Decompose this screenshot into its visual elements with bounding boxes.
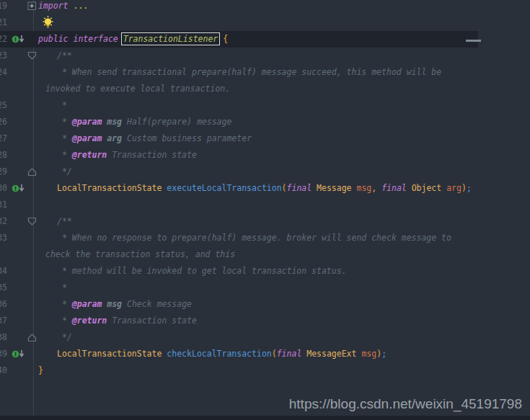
line-number: 38 [0, 329, 7, 346]
line-number: 24 [0, 64, 7, 81]
editor-row: 40} [0, 362, 530, 379]
line-number: 33 [0, 230, 7, 246]
code-line: * method will be invoked to get local tr… [57, 263, 347, 280]
code-line: * @param msg Check message [57, 296, 192, 313]
code-token: executeLocalTransaction [167, 183, 281, 193]
code-token: msg [361, 349, 376, 359]
code-token: ... [73, 1, 88, 11]
implemented-marker-icon[interactable] [12, 349, 26, 359]
code-line: * @return Transaction state [57, 147, 197, 164]
code-token: @return [72, 150, 107, 160]
code-token: { [223, 34, 228, 44]
code-token: ; [467, 183, 472, 193]
line-number: 37 [0, 313, 7, 329]
code-line: /** [57, 48, 72, 64]
code-token: /** [57, 216, 72, 226]
code-token: MessageExt [306, 349, 356, 359]
code-token: * [57, 282, 67, 292]
code-token: Half(prepare) message [122, 117, 231, 127]
code-token: msg [107, 117, 122, 127]
code-token: @param [72, 299, 102, 309]
editor-row: 25 * [0, 97, 530, 114]
code-token: Message [317, 183, 351, 193]
editor-row: 21 [0, 14, 530, 31]
code-token: * When send transactional prepare(half) … [57, 67, 441, 77]
code-token: Check message [122, 299, 192, 309]
code-token: */ [57, 166, 72, 177]
editor-row: 39LocalTransactionState checkLocalTransa… [0, 346, 530, 362]
code-token: import [38, 1, 69, 11]
code-token: ( [272, 349, 277, 359]
editor-row: 37 * @return Transaction state [0, 313, 530, 329]
code-line: public interface TransactionListener { [38, 31, 228, 48]
code-token: LocalTransactionState [57, 349, 162, 359]
code-token: * [57, 316, 72, 326]
code-token: @param [72, 117, 102, 127]
line-number: 21 [0, 14, 7, 31]
code-token: msg [107, 299, 122, 309]
line-number: 35 [0, 280, 7, 296]
code-line: * @param msg Half(prepare) message [57, 114, 231, 130]
line-number: 19 [0, 0, 7, 14]
code-token: ; [381, 349, 387, 359]
editor-row: 38 */ [0, 329, 530, 346]
code-token: * [57, 299, 72, 309]
line-number: 39 [0, 346, 7, 362]
line-number: 34 [0, 263, 7, 280]
fold-collapse-top-icon[interactable] [27, 217, 37, 226]
line-number: 36 [0, 296, 7, 313]
line-number: 40 [0, 362, 7, 379]
editor-row: check the transaction status, and this [0, 246, 530, 263]
line-number: 26 [0, 114, 7, 130]
code-token: Transaction state [107, 316, 197, 326]
code-line: * [57, 280, 67, 296]
editor-row: 28 * @return Transaction state [0, 147, 530, 164]
code-line: * [57, 97, 67, 114]
fold-collapse-bottom-icon[interactable] [27, 333, 37, 342]
ide-window: 19import ...2122public interface Transac… [0, 0, 530, 420]
code-token: ) [461, 183, 467, 193]
code-line: */ [57, 164, 72, 180]
code-editor[interactable]: 19import ...2122public interface Transac… [0, 0, 530, 420]
line-number: 28 [0, 147, 7, 164]
fold-expand-icon[interactable] [27, 1, 37, 11]
editor-row: 19import ... [0, 0, 530, 14]
editor-row: 32/** [0, 213, 530, 230]
implemented-marker-icon[interactable] [12, 35, 26, 44]
code-token: * method will be invoked to get local tr… [57, 266, 347, 276]
code-token: msg [356, 183, 371, 193]
editor-row: 35 * [0, 280, 530, 296]
line-number: 31 [0, 197, 7, 213]
line-number: 27 [0, 130, 7, 147]
editor-row: 22public interface TransactionListener { [0, 31, 530, 48]
code-token: public interface [38, 34, 123, 44]
fold-collapse-top-icon[interactable] [27, 51, 37, 61]
code-token: * When no response to prepare(half) mess… [57, 233, 451, 243]
code-token: * [57, 150, 72, 160]
editor-row: 30LocalTransactionState executeLocalTran… [0, 180, 530, 197]
code-token: Custom business parameter [122, 133, 252, 143]
fold-collapse-bottom-icon[interactable] [27, 167, 37, 177]
code-token: check the transaction status, and this [45, 249, 235, 259]
line-number: 23 [0, 48, 7, 64]
code-line: */ [57, 329, 72, 346]
editor-row: invoked to execute local transaction. [0, 81, 530, 97]
editor-row: 26 * @param msg Half(prepare) message [0, 114, 530, 130]
code-token: LocalTransactionState [57, 183, 162, 193]
intention-bulb-icon[interactable] [40, 15, 56, 30]
code-token: */ [57, 332, 72, 342]
code-line: * @return Transaction state [57, 313, 197, 329]
code-token: * [57, 100, 67, 110]
code-token: Transaction state [107, 150, 197, 160]
code-token: final [287, 183, 317, 193]
code-token: arg [446, 183, 461, 193]
code-token: @param [72, 133, 102, 143]
editor-row: 36 * @param msg Check message [0, 296, 530, 313]
line-number: 25 [0, 97, 7, 114]
code-line: * When no response to prepare(half) mess… [57, 230, 451, 246]
implemented-marker-icon[interactable] [12, 184, 26, 193]
code-token: @return [72, 316, 107, 326]
code-line: LocalTransactionState checkLocalTransact… [57, 346, 387, 362]
editor-row: 29 */ [0, 164, 530, 180]
code-token: ( [282, 183, 287, 193]
